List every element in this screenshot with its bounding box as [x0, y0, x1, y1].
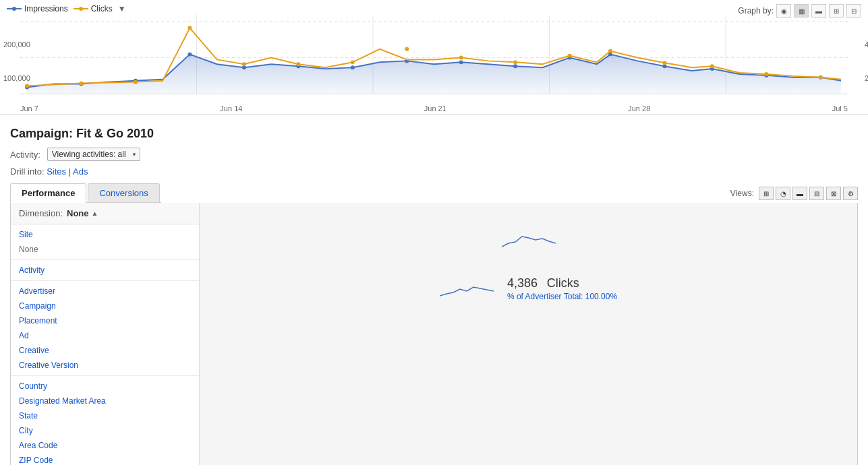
dropdown-group-3: Advertiser Campaign Placement Ad Creativ… — [11, 281, 199, 376]
svg-point-15 — [187, 53, 192, 57]
impressions-label: Impressions — [24, 4, 68, 13]
x-axis-labels: Jun 7 Jun 14 Jun 21 Jun 28 Jul 5 — [20, 104, 848, 113]
metric-sub: % of Advertiser Total: 100.00% — [507, 292, 617, 301]
dimension-item-creative[interactable]: Creative — [11, 343, 199, 358]
dimension-item-dma[interactable]: Designated Market Area — [11, 394, 199, 408]
impressions-legend: Impressions — [7, 4, 68, 13]
svg-point-35 — [405, 47, 409, 51]
svg-point-21 — [513, 64, 517, 68]
svg-point-38 — [568, 54, 572, 58]
drill-label: Drill into: — [10, 166, 45, 177]
dropdown-group-1: Site None — [11, 224, 199, 260]
svg-point-29 — [79, 82, 83, 86]
svg-point-31 — [187, 26, 192, 30]
dimension-item-activity[interactable]: Activity — [11, 263, 199, 278]
dimension-value[interactable]: None ▲ — [67, 208, 98, 218]
svg-point-39 — [608, 49, 612, 53]
dimension-item-ad[interactable]: Ad — [11, 328, 199, 343]
svg-point-32 — [242, 62, 246, 66]
view-btn-bar[interactable]: ▬ — [792, 187, 807, 200]
clicks-line-icon — [74, 5, 88, 13]
main-content: Campaign: Fit & Go 2010 Activity: Viewin… — [0, 115, 868, 465]
views-label: Views: — [730, 189, 754, 198]
dimension-item-campaign[interactable]: Campaign — [11, 299, 199, 313]
svg-point-36 — [459, 56, 463, 60]
dimension-item-country[interactable]: Country — [11, 379, 199, 394]
tab-conversions[interactable]: Conversions — [88, 183, 159, 202]
dimension-header: Dimension: None ▲ — [11, 203, 199, 224]
drill-separator: | — [69, 166, 71, 177]
right-content: 4,386 Clicks % of Advertiser Total: 100.… — [200, 203, 857, 465]
sort-icon: ▲ — [92, 210, 98, 217]
dimension-current: None — [67, 208, 89, 218]
y-right-mid: 200 — [865, 74, 868, 82]
svg-point-43 — [819, 75, 823, 80]
x-label-jun7: Jun 7 — [20, 104, 38, 113]
content-section: Dimension: None ▲ Site None Activity Adv… — [10, 203, 858, 465]
dimension-item-creative-version[interactable]: Creative Version — [11, 358, 199, 373]
view-btn-settings[interactable]: ⚙ — [843, 187, 858, 200]
clicks-label: Clicks — [91, 4, 113, 13]
x-label-jun28: Jun 28 — [628, 104, 650, 113]
activity-label: Activity: — [10, 150, 40, 160]
drill-sites-link[interactable]: Sites — [47, 166, 66, 177]
chart-svg-container — [20, 15, 848, 100]
clicks-legend: Clicks — [74, 4, 113, 13]
dimension-item-state[interactable]: State — [11, 408, 199, 423]
legend-dropdown-icon[interactable]: ▼ — [118, 4, 126, 13]
activity-select[interactable]: Viewing activities: all — [47, 148, 140, 161]
dimension-item-advertiser[interactable]: Advertiser — [11, 284, 199, 299]
dropdown-group-4: Country Designated Market Area State Cit… — [11, 376, 199, 465]
clicks-metric-info: 4,386 Clicks % of Advertiser Total: 100.… — [507, 270, 617, 301]
dimension-item-none: None — [11, 242, 199, 257]
tab-performance[interactable]: Performance — [10, 183, 86, 203]
view-btn-pie[interactable]: ◔ — [776, 187, 790, 200]
clicks-mini-chart — [440, 272, 494, 299]
dimension-item-city[interactable]: City — [11, 423, 199, 438]
dimension-item-placement[interactable]: Placement — [11, 313, 199, 328]
dimension-panel: Dimension: None ▲ Site None Activity Adv… — [11, 203, 200, 465]
dimension-label: Dimension: — [19, 208, 63, 218]
y-right-top: 400 — [865, 40, 868, 49]
view-btn-split[interactable]: ⊟ — [809, 187, 824, 200]
svg-point-30 — [134, 80, 138, 84]
drill-ads-link[interactable]: Ads — [73, 166, 88, 177]
dimension-item-zip-code[interactable]: ZIP Code — [11, 453, 199, 465]
activity-row: Activity: Viewing activities: all — [10, 148, 858, 161]
views-bar: Views: ⊞ ◔ ▬ ⊟ ⊠ ⚙ — [730, 187, 858, 203]
view-btn-table[interactable]: ⊠ — [826, 187, 841, 200]
svg-point-33 — [296, 62, 300, 66]
svg-point-42 — [764, 72, 768, 76]
svg-point-3 — [79, 7, 83, 11]
clicks-metric-row: 4,386 Clicks % of Advertiser Total: 100.… — [440, 270, 617, 301]
chart-legend: Impressions Clicks ▼ — [7, 4, 126, 13]
x-label-jul5: Jul 5 — [832, 104, 848, 113]
svg-point-37 — [513, 60, 517, 64]
graph-by-table-btn[interactable]: ⊟ — [846, 4, 861, 18]
activity-select-wrapper[interactable]: Viewing activities: all — [47, 148, 140, 161]
graph-by-label: Graph by: — [738, 6, 774, 16]
dimension-item-site[interactable]: Site — [11, 227, 199, 242]
svg-point-1 — [12, 7, 16, 11]
metric-number: 4,386 Clicks — [507, 270, 617, 292]
impressions-metric-row — [502, 223, 556, 250]
metric-unit: Clicks — [547, 276, 579, 290]
campaign-title: Campaign: Fit & Go 2010 — [10, 127, 858, 141]
x-label-jun14: Jun 14 — [220, 104, 242, 113]
chart-area: Impressions Clicks ▼ Graph by: ◉ ▦ ▬ ⊞ ⊟… — [0, 0, 868, 115]
x-label-jun21: Jun 21 — [424, 104, 446, 113]
impressions-mini-chart — [502, 223, 556, 250]
svg-point-18 — [351, 65, 355, 69]
view-btn-grid[interactable]: ⊞ — [759, 187, 774, 200]
svg-point-40 — [662, 61, 666, 65]
svg-point-28 — [25, 84, 29, 88]
svg-point-41 — [710, 64, 714, 68]
dimension-item-area-code[interactable]: Area Code — [11, 438, 199, 453]
metric-value: 4,386 — [507, 276, 538, 290]
tabs-row: Performance Conversions — [10, 183, 161, 203]
drill-row: Drill into: Sites | Ads — [10, 166, 858, 177]
impressions-line-icon — [7, 5, 22, 13]
dropdown-group-2: Activity — [11, 260, 199, 281]
svg-point-34 — [351, 60, 355, 64]
chart-svg — [20, 15, 848, 100]
